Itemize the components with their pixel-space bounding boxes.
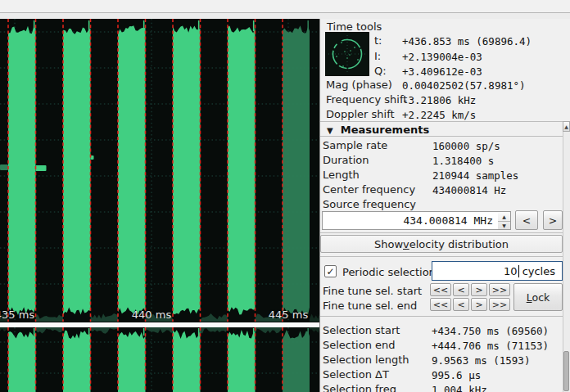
periodic-selection-checkbox[interactable]: ✓ — [324, 265, 337, 277]
center-frequency-label: Center frequency — [323, 183, 415, 196]
checkmark-icon: ✓ — [326, 266, 334, 277]
selection-length-label: Selection length — [323, 354, 409, 366]
duration-value: 1.318400 s — [432, 155, 494, 167]
scrollbar-thumb[interactable] — [563, 351, 569, 391]
frequency-input-value: 434.000814 MHz — [403, 214, 493, 227]
show-velocity-distribution-button[interactable]: Show velocity distribution — [320, 235, 563, 253]
measurements-header[interactable]: ▼ Measurements — [327, 124, 429, 136]
selection-end-label: Selection end — [323, 339, 396, 351]
selection-length-value: 9.9563 ms (1593) — [432, 354, 530, 367]
cycles-suffix: cycles — [522, 265, 555, 277]
duration-label: Duration — [323, 154, 369, 166]
fine-tune-end-left-button[interactable]: < — [453, 298, 469, 311]
periodic-selection-label: Periodic selection — [342, 266, 436, 278]
time-tick-label: 440 ms — [132, 309, 171, 321]
source-frequency-label: Source frequency — [323, 198, 416, 210]
collapse-arrow-icon[interactable]: ▼ — [327, 126, 333, 135]
prev-frequency-button[interactable]: < — [515, 210, 538, 230]
cycles-value: 10 — [504, 265, 518, 277]
q-label: Q: — [374, 65, 387, 77]
separator — [320, 256, 563, 257]
fine-tune-start-right-button[interactable]: > — [471, 283, 487, 296]
fine-tune-end-label: Fine tune sel. end — [323, 300, 417, 312]
text-cursor — [518, 265, 519, 277]
center-frequency-value: 434000814 Hz — [432, 184, 506, 196]
frequency-shift-value: -3.21806 kHz — [402, 94, 476, 106]
selection-delta-t-value: 995.6 µs — [432, 369, 481, 381]
t-label: t: — [374, 34, 382, 47]
fine-tune-start-left-button[interactable]: < — [453, 283, 469, 296]
fine-tune-start-label: Fine tune sel. start — [323, 285, 422, 297]
lock-text: ock — [532, 291, 550, 304]
iq-constellation — [325, 32, 369, 76]
i-label: I: — [374, 50, 381, 62]
time-window: 435 ms 440 ms 445 ms Time tools t: +436.… — [0, 0, 570, 392]
time-tools-panel: Time tools t: +436.853 ms (69896.4) I: +… — [320, 19, 570, 392]
i-value: +2.139004e-03 — [402, 51, 482, 63]
mag-label: Mag (phase) — [326, 79, 392, 91]
fine-tune-start-big-left-button[interactable]: << — [430, 283, 451, 296]
frequency-input[interactable]: 434.000814 MHz — [322, 211, 499, 230]
frequency-spinner[interactable]: ▲ ▼ — [498, 211, 511, 230]
waveform-display[interactable] — [0, 19, 319, 392]
separator — [320, 316, 563, 317]
button-mnemonic: v — [403, 238, 409, 250]
spin-down-icon[interactable]: ▼ — [498, 222, 510, 231]
selection-freq-label: Selection freq — [323, 383, 396, 392]
length-label: Length — [323, 169, 360, 181]
time-tick-label: 435 ms — [0, 309, 34, 321]
measurements-title: Measurements — [341, 124, 429, 136]
fine-tune-end-big-right-button[interactable]: >> — [489, 298, 510, 311]
window-top-strip-lower — [0, 13, 570, 19]
frequency-shift-label: Frequency shift — [326, 93, 407, 106]
fine-tune-end-big-left-button[interactable]: << — [430, 298, 451, 311]
separator — [320, 121, 563, 122]
time-tick-label: 445 ms — [269, 309, 308, 321]
q-value: +3.409612e-03 — [402, 65, 482, 78]
selection-end-value: +444.706 ms (71153) — [432, 340, 549, 352]
selection-start-value: +434.750 ms (69560) — [432, 325, 549, 337]
next-frequency-button[interactable]: > — [543, 210, 563, 230]
spin-up-icon[interactable]: ▲ — [498, 212, 510, 222]
button-text: Show — [374, 238, 403, 250]
window-top-strip — [0, 0, 570, 13]
separator — [320, 136, 563, 137]
selection-freq-value: 1.004 kHz — [432, 384, 487, 392]
length-value: 210944 samples — [432, 169, 518, 182]
doppler-shift-label: Doppler shift — [326, 108, 395, 120]
fine-tune-start-big-right-button[interactable]: >> — [489, 283, 510, 296]
doppler-shift-value: +2.2245 km/s — [402, 109, 476, 121]
lock-button[interactable]: Lock — [513, 283, 563, 311]
sample-rate-label: Sample rate — [323, 139, 387, 151]
t-value: +436.853 ms (69896.4) — [402, 35, 532, 47]
sample-rate-value: 160000 sp/s — [432, 140, 500, 152]
mag-value: 0.00402502(57.8981°) — [402, 79, 526, 92]
waveform-area[interactable]: 435 ms 440 ms 445 ms — [0, 19, 319, 392]
button-text: elocity distribution — [409, 238, 509, 250]
selection-start-label: Selection start — [323, 324, 400, 336]
scrollbar-up-icon[interactable]: ▲ — [563, 121, 570, 132]
selection-delta-t-label: Selection ΔT — [323, 368, 389, 381]
time-tools-title: Time tools — [327, 20, 382, 33]
fine-tune-end-right-button[interactable]: > — [471, 298, 487, 311]
cycles-input[interactable]: 10cycles — [432, 261, 563, 281]
separator — [320, 232, 563, 233]
